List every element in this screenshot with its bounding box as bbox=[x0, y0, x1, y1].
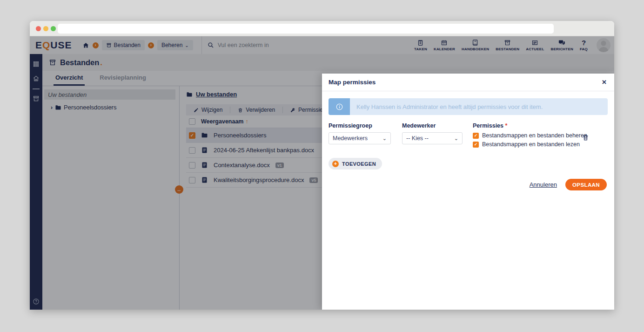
employee-field: Medewerker -- Kies -- ⌄ bbox=[402, 122, 473, 150]
checkbox-beheren[interactable]: ✓ bbox=[473, 133, 479, 139]
modal-actions: Annuleren OPSLAAN bbox=[322, 179, 614, 190]
permission-group-select[interactable]: Medewerkers ⌄ bbox=[329, 132, 391, 144]
info-banner: Kelly Hanssen is Administrator en heeft … bbox=[329, 98, 608, 115]
plus-icon: + bbox=[332, 161, 339, 167]
cancel-link[interactable]: Annuleren bbox=[530, 181, 557, 188]
info-banner-text: Kelly Hanssen is Administrator en heeft … bbox=[350, 98, 608, 115]
info-icon bbox=[329, 98, 350, 115]
permission-group-field: Permissiegroep Medewerkers ⌄ bbox=[329, 122, 402, 150]
browser-titlebar bbox=[30, 21, 614, 36]
minimize-window-button[interactable] bbox=[43, 26, 48, 31]
checkbox-lezen[interactable]: ✓ bbox=[473, 142, 479, 148]
required-mark: * bbox=[505, 122, 508, 129]
map-permissies-modal: Map permissies ✕ Kelly Hanssen is Admini… bbox=[322, 74, 614, 310]
chevron-down-icon: ⌄ bbox=[454, 136, 458, 142]
close-icon[interactable]: ✕ bbox=[602, 79, 607, 86]
employee-select[interactable]: -- Kies -- ⌄ bbox=[402, 132, 463, 144]
maximize-window-button[interactable] bbox=[51, 26, 56, 31]
modal-header: Map permissies ✕ bbox=[322, 74, 614, 91]
permissions-field: Permissies * ✓ Bestandsmappen en bestand… bbox=[473, 122, 587, 150]
save-button[interactable]: OPSLAAN bbox=[565, 179, 607, 190]
modal-title: Map permissies bbox=[329, 79, 376, 86]
browser-window: EQUSE › Bestanden › Beheren ⌄ TAKEN bbox=[30, 21, 614, 310]
permission-checkbox-row[interactable]: ✓ Bestandsmappen en bestanden beheren bbox=[473, 132, 587, 139]
address-bar[interactable] bbox=[58, 24, 554, 34]
add-permission-button[interactable]: + TOEVOEGEN bbox=[329, 158, 382, 169]
remove-permission-row-trash-icon[interactable] bbox=[582, 134, 589, 141]
close-window-button[interactable] bbox=[36, 26, 41, 31]
permission-checkbox-row[interactable]: ✓ Bestandsmappen en bestanden lezen bbox=[473, 141, 587, 148]
permissions-form: Permissiegroep Medewerkers ⌄ Medewerker … bbox=[329, 122, 608, 150]
chevron-down-icon: ⌄ bbox=[382, 136, 387, 142]
